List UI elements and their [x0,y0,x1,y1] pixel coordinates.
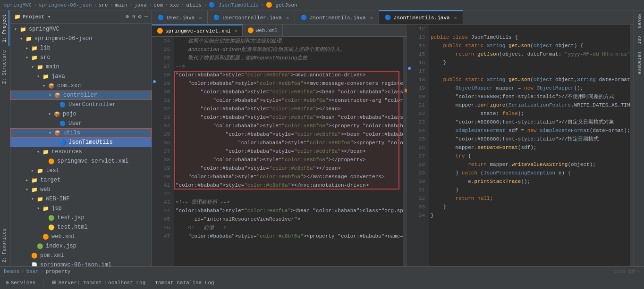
tree-item-target[interactable]: ▸ 📁 target [10,175,152,185]
tree-item-springmvc-06-json[interactable]: ▾ 📁 springmvc-06-json [10,34,152,43]
sidebar-tab-project[interactable]: 1: Project [0,10,9,46]
tree-item-java[interactable]: ▾ 📁 java [10,72,152,81]
java-code-area: 1213141516171819202122232425262728293031… [407,25,634,266]
tab-icon: 🔵 [158,15,164,21]
tree-item-jsontimeutils[interactable]: 🔵 JsonTimeUtils [10,138,152,147]
breadcrumb-bar: springMVC › springmvc-06-json › src › ma… [0,0,644,10]
tree-item-resources[interactable]: ▾ 📁 resources [10,147,152,157]
tab-close[interactable]: ✕ [454,15,457,21]
tree-item-main[interactable]: ▾ 📁 main [10,62,152,72]
minimize-icon[interactable]: — [144,14,148,20]
tab-jsontimeutils-2[interactable]: 🔵 JsonTimeUtils.java ✕ [379,10,463,24]
tree-item-utils[interactable]: ▾ 📦 utils [10,128,152,138]
tab-close[interactable]: ✕ [199,15,202,21]
breadcrumb-item[interactable]: 🔵 JsonTimeUtils [209,2,259,8]
bottom-breadcrumb: beans › bean › property [0,266,644,276]
tab-icon: 🔵 [301,15,307,21]
tree-item-test-html[interactable]: 🟡 test.html [10,223,152,232]
tab-user-java[interactable]: 🔵 User.java ✕ [152,10,208,24]
tree-item-iml[interactable]: 📄 springmvc-06-json.iml [10,260,152,266]
java-line-numbers: 1213141516171819202122232425262728293031… [412,25,429,266]
right-tab-maven[interactable]: Maven [635,10,643,32]
sync-icon[interactable]: ⊕ [126,13,129,20]
collapse-icon[interactable]: ⇈ [132,13,135,20]
tree-item-pom[interactable]: 🟠 pom.xml [10,251,152,260]
tab-bar: 🔵 User.java ✕ 🔵 UserController.java ✕ 🔵 … [152,10,634,25]
xml-code-content[interactable]: 这两个实例分别在类级别和方法级别处理。 annotation-driven配置帮… [174,37,403,266]
sub-tab-label: web.xml [256,28,278,33]
breadcrumb-item: utils [186,2,202,8]
breadcrumb-beans[interactable]: beans [4,269,19,274]
panel-icons: ⊕ ⇈ ⚙ — [126,13,148,20]
tab-label: UserController.java [222,15,281,21]
editors-container: 🟠 springmvc-servlet.xml ✕ 🟠 web.xml [152,25,634,266]
xml-icon: 🟠 [157,28,163,34]
tree-item-web[interactable]: ▾ 📁 web [10,185,152,194]
right-tab-ant[interactable]: Ant [635,32,643,48]
xml-editor-wrap: 🟠 springmvc-servlet.xml ✕ 🟠 web.xml [152,25,407,266]
tree-item-user[interactable]: 🔵 User [10,119,152,128]
tab-close[interactable]: ✕ [370,15,373,21]
breadcrumb-property: property [46,269,71,274]
xml-line-numbers: 2425262728293031323334353637383940414243… [157,37,174,266]
sub-tab-springmvc-servlet[interactable]: 🟠 springmvc-servlet.xml ✕ [152,25,243,36]
main-layout: 1: Project Z: Structure 2: Favorites 📁 P… [0,10,644,266]
catalina-log-label: Tomcat Catalina Log [155,280,214,286]
sub-tab-label: springmvc-servlet.xml [165,28,231,34]
watermark: CSDN @渡一 [614,268,640,275]
bottom-bar: ⚙ Services 🖥 Server: Tomcat Localhost Lo… [0,276,644,289]
panel-title-label: Project ▾ [23,14,51,20]
panel-title: 📁 Project ▾ [14,14,51,20]
sub-tab-web-xml[interactable]: 🟠 web.xml [243,25,283,36]
xml-icon: 🟠 [247,27,254,33]
tab-label: User.java [167,15,195,21]
breadcrumb-item[interactable]: springmvc-06-json [39,2,92,8]
tree-item-usercontroller[interactable]: 🔵 UserController [10,100,152,109]
tab-icon: 🔵 [385,15,391,21]
breadcrumb-item: main [115,2,127,8]
bottom-tab-catalina-log[interactable]: Tomcat Catalina Log [153,279,216,287]
tree-item-springmvc-servlet[interactable]: 🟠 springmvc-servlet.xml [10,157,152,166]
tree-item-test[interactable]: ▸ 📁 test [10,166,152,175]
left-side-tabs: 1: Project Z: Structure 2: Favorites [0,10,10,266]
tab-jsontimeutils-1[interactable]: 🔵 JsonTimeUtils.java ✕ [295,10,379,24]
sidebar-tab-favorites[interactable]: 2: Favorites [0,225,9,266]
java-code-content[interactable]: public class JsonTimeUtils { public stat… [429,25,630,266]
tree-item-pojo[interactable]: ▾ 📦 pojo [10,109,152,119]
tree-item-com-xxc[interactable]: ▾ 📦 com.xxc [10,81,152,91]
tab-usercontroller-java[interactable]: 🔵 UserController.java ✕ [208,10,295,24]
sidebar-tab-structure[interactable]: Z: Structure [0,46,9,88]
settings-icon[interactable]: ⚙ [138,13,142,20]
tree-item-lib[interactable]: ▸ 📁 lib [10,43,152,53]
bottom-tab-services[interactable]: ⚙ Services [4,279,37,287]
breadcrumb-item[interactable]: springMVC [4,2,32,8]
project-tree: ▾ 📁 springMVC ▾ 📁 springmvc-06-json ▸ 📁 … [10,24,152,266]
editor-area: 🔵 User.java ✕ 🔵 UserController.java ✕ 🔵 … [152,10,634,266]
breadcrumb-bean[interactable]: bean [26,269,39,274]
server-log-icon: 🖥 [51,280,56,286]
java-editor: 1213141516171819202122232425262728293031… [407,25,634,266]
right-sidebar: Maven Ant Database [634,10,644,266]
breadcrumb-item: src [99,2,108,8]
bottom-tab-server-log[interactable]: 🖥 Server: Tomcat Localhost Log [49,279,147,287]
right-tab-database[interactable]: Database [635,48,643,78]
sub-tab-close[interactable]: ✕ [235,28,237,34]
tree-item-test-jsp[interactable]: 🟢 test.jsp [10,213,152,223]
services-label: Services [11,280,36,286]
breadcrumb-item: 🟠 getJson [266,2,297,8]
tree-item-index-jsp[interactable]: 🟢 index.jsp [10,241,152,251]
tree-item-springmvc[interactable]: ▾ 📁 springMVC [10,25,152,34]
tree-item-web-xml[interactable]: 🟠 web.xml [10,232,152,241]
breadcrumb-item: java [134,2,146,8]
tab-label: JsonTimeUtils.java [394,15,450,21]
services-icon: ⚙ [6,280,9,286]
tree-item-jsp-folder[interactable]: ▾ 📁 jsp [10,204,152,213]
breadcrumb-item: com [153,2,163,8]
panel-header: 📁 Project ▾ ⊕ ⇈ ⚙ — [10,10,152,24]
tab-label: JsonTimeUtils.java [310,15,366,21]
tab-close[interactable]: ✕ [286,15,289,21]
tree-item-src[interactable]: ▾ 📁 src [10,53,152,62]
tab-icon: 🔵 [213,15,220,21]
tree-item-controller[interactable]: ▾ 📦 controller [10,91,152,100]
tree-item-webinf[interactable]: ▾ 📁 WEB-INF [10,194,152,204]
